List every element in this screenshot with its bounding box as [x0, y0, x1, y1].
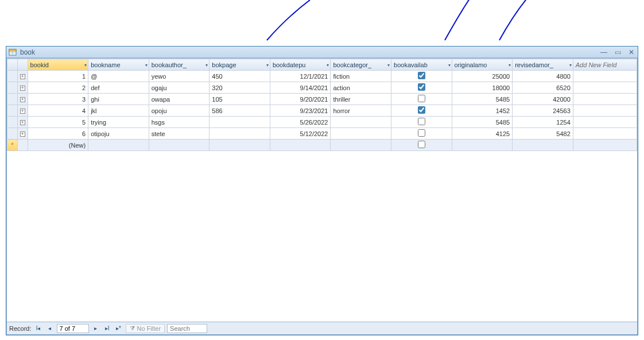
cell-addnew[interactable] — [573, 117, 637, 128]
cell-bookname[interactable]: ghi — [88, 94, 149, 105]
nav-new-button[interactable]: ▸* — [114, 324, 123, 333]
chevron-down-icon[interactable]: ▾ — [569, 62, 572, 67]
cell-bookauthor[interactable]: hsgs — [149, 117, 210, 128]
no-filter-indicator[interactable]: ⧩ No Filter — [126, 324, 165, 333]
cell-bookdatepu[interactable]: 12/1/2021 — [270, 71, 331, 82]
cell-revisedamor[interactable]: 5482 — [513, 128, 573, 140]
cell-revisedamor[interactable]: 1254 — [513, 117, 573, 128]
close-button[interactable]: ✕ — [627, 48, 635, 56]
row-expander[interactable]: + — [17, 105, 28, 117]
record-position-input[interactable] — [57, 324, 89, 333]
row-expander[interactable]: + — [17, 94, 28, 105]
cell[interactable] — [513, 140, 573, 151]
cell[interactable] — [88, 140, 149, 151]
chevron-down-icon[interactable]: ▾ — [266, 62, 269, 67]
table-row[interactable]: +3ghiowapa1059/20/2021thriller548542000 — [7, 94, 637, 105]
cell-bookdatepu[interactable]: 9/23/2021 — [270, 105, 331, 117]
cell-bookavailab[interactable] — [391, 94, 452, 105]
chevron-down-icon[interactable]: ▾ — [205, 62, 208, 67]
cell-bookid[interactable]: 3 — [28, 94, 88, 105]
cell-bokpage[interactable]: 320 — [210, 82, 270, 94]
nav-first-button[interactable]: I◂ — [34, 324, 43, 333]
cell[interactable] — [149, 140, 210, 151]
select-all-corner[interactable] — [7, 59, 18, 71]
table-row[interactable]: +4jklopoju5869/23/2021horror145224563 — [7, 105, 637, 117]
cell-originalamo[interactable]: 5485 — [452, 117, 513, 128]
col-add-new-field[interactable]: Add New Field — [573, 59, 637, 71]
availability-checkbox[interactable] — [418, 106, 425, 114]
cell-bookid[interactable]: 5 — [28, 117, 88, 128]
cell-bookid[interactable]: 6 — [28, 128, 88, 140]
cell-revisedamor[interactable]: 4800 — [513, 71, 573, 82]
row-selector[interactable] — [7, 82, 18, 94]
chevron-down-icon[interactable]: ▾ — [327, 62, 329, 67]
col-bookavailab[interactable]: bookavailab▾ — [391, 59, 452, 71]
row-expander[interactable]: + — [17, 82, 28, 94]
cell-bookcategor[interactable]: thriller — [331, 94, 391, 105]
cell-originalamo[interactable]: 25000 — [452, 71, 513, 82]
availability-checkbox[interactable] — [418, 141, 425, 148]
row-expander[interactable]: + — [17, 117, 28, 128]
minimize-button[interactable]: — — [600, 48, 608, 56]
cell-bookauthor[interactable]: ogaju — [149, 82, 210, 94]
availability-checkbox[interactable] — [418, 129, 425, 137]
col-bookname[interactable]: bookname▾ — [88, 59, 149, 71]
cell-addnew[interactable] — [573, 94, 637, 105]
col-bookid[interactable]: bookid▾ — [28, 59, 88, 71]
cell-bookauthor[interactable]: opoju — [149, 105, 210, 117]
cell-bookid[interactable]: 1 — [28, 71, 88, 82]
nav-next-button[interactable]: ▸ — [91, 324, 100, 333]
cell-revisedamor[interactable]: 42000 — [513, 94, 573, 105]
cell-bookcategor[interactable] — [331, 117, 391, 128]
search-input[interactable] — [167, 324, 207, 333]
nav-last-button[interactable]: ▸I — [103, 324, 112, 333]
chevron-down-icon[interactable]: ▾ — [387, 62, 390, 67]
cell-bokpage[interactable] — [210, 117, 270, 128]
cell[interactable] — [210, 140, 270, 151]
col-bookcategor[interactable]: bookcategor_▾ — [331, 59, 391, 71]
cell-bokpage[interactable]: 450 — [210, 71, 270, 82]
cell-originalamo[interactable]: 4125 — [452, 128, 513, 140]
cell-bookdatepu[interactable]: 9/20/2021 — [270, 94, 331, 105]
col-bookdatepu[interactable]: bookdatepu▾ — [270, 59, 331, 71]
cell-bookname[interactable]: trying — [88, 117, 149, 128]
cell-bokpage[interactable]: 105 — [210, 94, 270, 105]
nav-prev-button[interactable]: ◂ — [45, 324, 55, 333]
cell-bookid[interactable]: 2 — [28, 82, 88, 94]
table-row[interactable]: +6otipojustete5/12/202241255482 — [7, 128, 637, 140]
cell-originalamo[interactable]: 5485 — [452, 94, 513, 105]
cell-bookauthor[interactable]: stete — [149, 128, 210, 140]
cell-bookname[interactable]: jkl — [88, 105, 149, 117]
cell[interactable] — [270, 140, 331, 151]
cell-bookcategor[interactable]: horror — [331, 105, 391, 117]
chevron-down-icon[interactable]: ▾ — [84, 62, 87, 67]
cell-bookauthor[interactable]: owapa — [149, 94, 210, 105]
maximize-button[interactable]: ▭ — [614, 48, 622, 56]
new-record-row[interactable]: *(New) — [7, 140, 637, 151]
cell-bookname[interactable]: otipoju — [88, 128, 149, 140]
cell-addnew[interactable] — [573, 128, 637, 140]
row-selector[interactable] — [7, 71, 18, 82]
cell-bookid[interactable]: 4 — [28, 105, 88, 117]
availability-checkbox[interactable] — [418, 95, 425, 102]
cell[interactable] — [573, 140, 637, 151]
cell-bookavailab[interactable] — [391, 128, 452, 140]
row-expander[interactable]: + — [17, 71, 28, 82]
cell-addnew[interactable] — [573, 71, 637, 82]
cell-bokpage[interactable]: 586 — [210, 105, 270, 117]
cell-revisedamor[interactable]: 6520 — [513, 82, 573, 94]
col-bookauthor[interactable]: bookauthor_▾ — [149, 59, 210, 71]
cell-bookavailab[interactable] — [391, 71, 452, 82]
availability-checkbox[interactable] — [418, 72, 425, 79]
table-row[interactable]: +1@yewo45012/1/2021fiction250004800 — [7, 71, 637, 82]
cell-bookid-new[interactable]: (New) — [28, 140, 88, 151]
chevron-down-icon[interactable]: ▾ — [145, 62, 148, 67]
cell-bookname[interactable]: def — [88, 82, 149, 94]
cell-bookname[interactable]: @ — [88, 71, 149, 82]
cell-addnew[interactable] — [573, 82, 637, 94]
cell[interactable] — [452, 140, 513, 151]
cell[interactable] — [331, 140, 391, 151]
cell-addnew[interactable] — [573, 105, 637, 117]
cell-bookdatepu[interactable]: 9/14/2021 — [270, 82, 331, 94]
cell-revisedamor[interactable]: 24563 — [513, 105, 573, 117]
